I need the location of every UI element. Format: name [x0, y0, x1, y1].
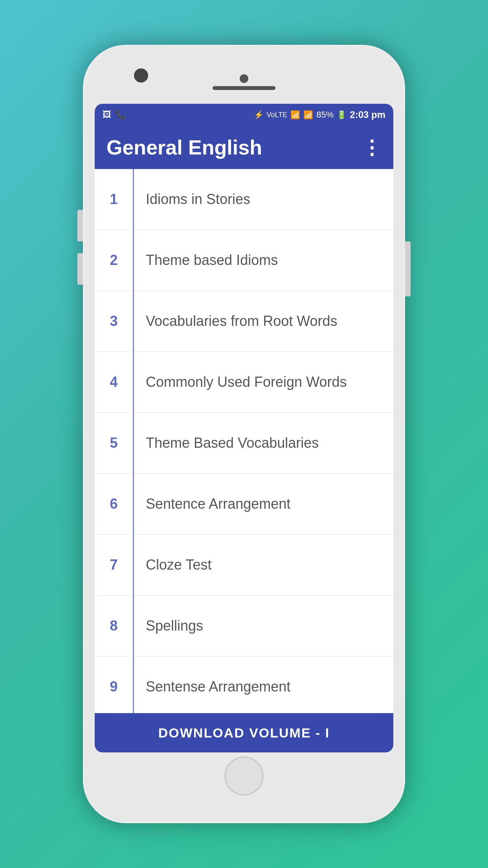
list-item[interactable]: 8Spellings [95, 596, 393, 657]
list-item[interactable]: 6Sentence Arrangement [95, 474, 393, 535]
bluetooth-icon: ⚡ [254, 110, 264, 120]
item-number: 4 [95, 352, 134, 412]
side-button-power[interactable] [405, 241, 411, 296]
side-button-volume-down[interactable] [77, 253, 83, 285]
image-icon: 🖼 [103, 110, 111, 120]
phone-bottom [95, 752, 393, 800]
speaker [213, 86, 275, 90]
download-label: DOWNLOAD VOLUME - I [158, 725, 330, 741]
list-item[interactable]: 7Cloze Test [95, 535, 393, 596]
wifi-icon: 📶 [290, 110, 300, 120]
phone-screen: 🖼 📞 ⚡ VoLTE 📶 📶 85% 🔋 2:03 pm General En… [95, 104, 393, 752]
item-label: Commonly Used Foreign Words [134, 366, 393, 398]
item-number: 8 [95, 596, 134, 656]
item-number: 3 [95, 291, 134, 351]
app-bar: General English ⋮ [95, 126, 393, 169]
item-label: Theme based Idioms [134, 244, 393, 276]
item-label: Spellings [134, 610, 393, 642]
status-bar: 🖼 📞 ⚡ VoLTE 📶 📶 85% 🔋 2:03 pm [95, 104, 393, 126]
app-title: General English [106, 136, 262, 159]
item-number: 2 [95, 230, 134, 291]
list-item[interactable]: 4Commonly Used Foreign Words [95, 352, 393, 413]
status-left-icons: 🖼 📞 [103, 110, 126, 120]
battery-icon: 🔋 [337, 110, 347, 120]
menu-list: 1Idioms in Stories2Theme based Idioms3Vo… [95, 169, 393, 713]
more-options-button[interactable]: ⋮ [362, 136, 382, 159]
lte-indicator: VoLTE [267, 111, 288, 119]
item-number: 7 [95, 535, 134, 595]
item-label: Idioms in Stories [134, 183, 393, 215]
list-item[interactable]: 3Vocabularies from Root Words [95, 291, 393, 352]
phone-icon: 📞 [115, 110, 126, 120]
time-display: 2:03 pm [350, 109, 385, 120]
battery-text: 85% [316, 110, 334, 120]
item-label: Theme Based Vocabularies [134, 427, 393, 459]
list-item[interactable]: 1Idioms in Stories [95, 169, 393, 230]
list-item[interactable]: 2Theme based Idioms [95, 230, 393, 291]
item-number: 6 [95, 474, 134, 534]
item-label: Sentence Arrangement [134, 488, 393, 520]
item-number: 9 [95, 657, 134, 713]
status-right-icons: ⚡ VoLTE 📶 📶 85% 🔋 2:03 pm [254, 109, 385, 120]
item-label: Vocabularies from Root Words [134, 305, 393, 337]
item-number: 5 [95, 413, 134, 473]
download-button[interactable]: DOWNLOAD VOLUME - I [95, 713, 393, 752]
home-button[interactable] [224, 756, 264, 796]
item-number: 1 [95, 169, 134, 230]
signal-icon: 📶 [303, 110, 313, 120]
side-button-volume-up[interactable] [77, 210, 83, 241]
item-label: Cloze Test [134, 549, 393, 581]
phone-top [95, 57, 393, 104]
list-item[interactable]: 5Theme Based Vocabularies [95, 413, 393, 474]
front-camera [134, 68, 148, 83]
phone-body: 🖼 📞 ⚡ VoLTE 📶 📶 85% 🔋 2:03 pm General En… [83, 45, 405, 823]
camera-dot [240, 74, 248, 83]
item-label: Sentense Arrangement [134, 671, 393, 703]
list-item[interactable]: 9Sentense Arrangement [95, 657, 393, 713]
